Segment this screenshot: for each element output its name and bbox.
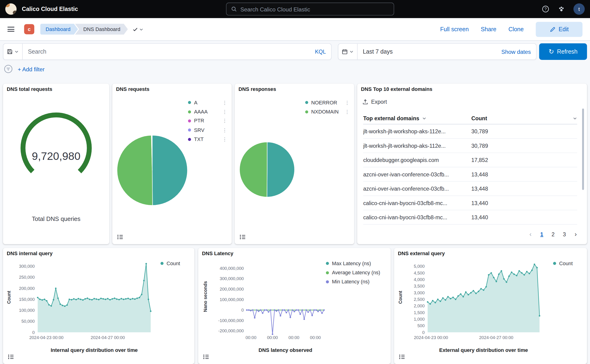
domain-cell: jlt-worksh-jlt-workshop-aks-112e... [363,143,471,149]
table-scrollbar[interactable] [582,109,584,190]
legend-menu-icon[interactable]: ⋮ [219,136,227,142]
legend-item[interactable]: Average Latency (ns) [326,268,387,277]
show-dates-button[interactable]: Show dates [501,48,531,55]
count-cell: 13,448 [471,171,577,177]
legend-menu-icon[interactable]: ⋮ [219,100,227,105]
next-page-button[interactable]: › [571,229,581,240]
legend-menu-icon[interactable]: ⋮ [219,109,227,114]
query-bar: KQL Last 7 days Show dates ↻ Refresh [3,43,587,60]
column-header-domain[interactable]: Top external domains [363,115,471,121]
saved-status-button[interactable] [132,26,144,32]
refresh-button[interactable]: ↻ Refresh [539,43,587,60]
global-search-input[interactable] [240,6,389,12]
list-icon [240,234,246,240]
legend-label: Count [167,260,180,266]
legend-item[interactable]: Max Latency (ns) [326,259,387,268]
chart-subtitle: DNS latency observed [198,347,373,353]
svg-text:?: ? [544,7,547,11]
legend-menu-icon[interactable]: ⋮ [341,100,350,105]
legend-item[interactable]: PTR⋮ [188,116,227,125]
panel-dns-total-requests: DNS total requests 9,720,980 Total DNS q… [3,84,109,244]
table-body: jlt-worksh-jlt-workshop-aks-112e...30,78… [363,124,577,225]
svg-text:2024-04-27 00:00: 2024-04-27 00:00 [479,335,513,340]
legend-dot [326,280,329,283]
saved-query-menu-button[interactable] [3,43,23,60]
table-row: jlt-worksh-jlt-workshop-aks-112e...30,78… [363,139,577,153]
legend-menu-icon[interactable]: ⋮ [219,127,227,133]
count-cell: 13,440 [471,214,577,220]
legend-item[interactable]: NOERROR⋮ [305,98,350,107]
date-quick-menu-button[interactable] [338,43,357,60]
user-avatar[interactable]: t [573,4,585,15]
legend-item[interactable]: AAAA⋮ [188,107,227,116]
edit-button[interactable]: Edit [536,22,582,37]
help-icon[interactable]: ? [542,5,549,13]
legend-label: Min Latency (ns) [332,279,369,285]
column-header-count[interactable]: Count [471,115,577,121]
paw-icon[interactable] [558,5,565,13]
space-badge[interactable]: c [24,24,34,34]
time-range-field[interactable]: Last 7 days Show dates [357,43,536,60]
panel-dns-internal-query: DNS internal query Count 300,000250,0002… [3,248,194,364]
menu-icon[interactable] [7,27,14,32]
pie-chart[interactable] [239,141,295,198]
legend-item[interactable]: NXDOMAIN⋮ [305,107,350,116]
time-range-value[interactable]: Last 7 days [363,48,393,55]
page-numbers: 123 [536,229,570,240]
legend-item[interactable]: SRV⋮ [188,126,227,135]
table-row: azcni-over-ivan-conference-03cfb...13,44… [363,167,577,182]
count-cell: 13,440 [471,200,577,206]
svg-text:1,000: 1,000 [414,317,425,322]
svg-text:00:00: 00:00 [288,335,299,340]
legend-dot [188,110,191,113]
chevron-down-icon [139,27,143,32]
add-filter-button[interactable]: + Add filter [18,66,45,72]
refresh-icon: ↻ [549,48,554,55]
legend-toggle-button[interactable] [397,352,407,362]
dashboard-app: Calico Cloud Elastic ? t c Dashboard DNS… [0,0,590,364]
svg-text:-200,000,000: -200,000,000 [218,328,244,333]
legend-menu-icon[interactable]: ⋮ [341,109,350,114]
legend-toggle-button[interactable] [201,352,211,362]
pie-chart[interactable] [117,135,188,206]
table-row: calico-cni-ivan-byocni-03cfb8-mc...13,44… [363,210,577,224]
page-button[interactable]: 3 [559,229,570,240]
panel-title: DNS internal query [7,251,53,256]
export-button[interactable]: Export [362,99,387,105]
legend: A⋮AAAA⋮PTR⋮SRV⋮TXT⋮ [188,98,227,144]
svg-text:4,000: 4,000 [414,277,425,282]
breadcrumb-dashboard[interactable]: Dashboard [40,24,78,35]
kql-badge[interactable]: KQL [315,49,326,55]
full-screen-button[interactable]: Full screen [440,26,469,33]
legend-dot [305,110,308,113]
share-button[interactable]: Share [481,26,496,33]
page-button[interactable]: 1 [536,229,547,240]
svg-text:250,000: 250,000 [19,275,35,280]
legend-toggle-button[interactable] [238,232,247,242]
filter-row: + Add filter [4,64,45,73]
previous-page-button[interactable]: ‹ [525,229,536,240]
svg-text:5,000: 5,000 [414,264,425,269]
panel-dns-requests: DNS requests A⋮AAAA⋮PTR⋮SRV⋮TXT⋮ [112,84,232,244]
legend-toggle-button[interactable] [115,232,125,242]
legend-item[interactable]: TXT⋮ [188,135,227,144]
kql-search-input[interactable] [28,48,312,55]
legend-toggle-button[interactable] [6,352,16,362]
filter-icon[interactable] [4,64,13,73]
column-header-label: Top external domains [363,115,419,121]
legend-item[interactable]: Min Latency (ns) [326,277,387,286]
clone-button[interactable]: Clone [508,26,524,33]
kql-search-box[interactable]: KQL [23,43,331,60]
legend-item[interactable]: A⋮ [188,98,227,107]
legend-dot [553,262,556,265]
legend-menu-icon[interactable]: ⋮ [219,118,227,124]
page-button[interactable]: 2 [548,229,558,240]
legend-dot [188,138,191,141]
breadcrumb-dns-dashboard[interactable]: DNS Dashboard [75,24,128,35]
panel-title: DNS Latency [202,251,233,256]
global-search[interactable] [226,3,394,15]
svg-text:2,500: 2,500 [414,297,425,302]
legend-item[interactable]: Count [553,259,583,268]
legend-item[interactable]: Count [161,259,190,268]
panel-dns-responses: DNS responses NOERROR⋮NXDOMAIN⋮ [235,84,354,244]
